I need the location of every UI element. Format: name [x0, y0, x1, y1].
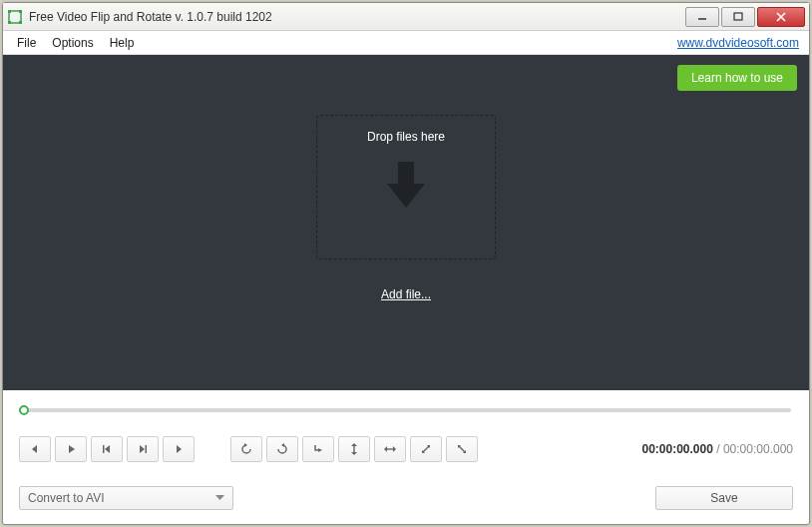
flip-horizontal-button[interactable]: [374, 436, 406, 462]
time-separator: /: [716, 442, 719, 456]
svg-line-13: [423, 446, 429, 452]
menu-help[interactable]: Help: [102, 33, 143, 53]
playback-controls: [19, 436, 195, 462]
rotate-cw-button[interactable]: [266, 436, 298, 462]
bottom-row: Convert to AVI Save: [3, 468, 809, 524]
close-button[interactable]: [757, 7, 805, 27]
svg-rect-3: [8, 21, 11, 24]
output-format-select[interactable]: Convert to AVI: [19, 486, 233, 510]
drop-zone[interactable]: Drop files here: [316, 115, 496, 260]
transform-controls: [230, 436, 478, 462]
window-title: Free Video Flip and Rotate v. 1.0.7 buil…: [29, 10, 685, 24]
timeline: [3, 390, 809, 422]
svg-rect-4: [19, 21, 22, 24]
flip-diagonal-2-button[interactable]: [446, 436, 478, 462]
seek-track-line: [21, 408, 791, 412]
menu-file[interactable]: File: [9, 33, 44, 53]
site-link[interactable]: www.dvdvideosoft.com: [677, 36, 803, 50]
chevron-down-icon: [215, 495, 224, 501]
minimize-button[interactable]: [685, 7, 719, 27]
seek-handle[interactable]: [19, 405, 29, 415]
current-time: 00:00:00.000: [642, 442, 713, 456]
learn-how-to-use-button[interactable]: Learn how to use: [677, 65, 797, 91]
titlebar: Free Video Flip and Rotate v. 1.0.7 buil…: [3, 3, 809, 31]
maximize-button[interactable]: [721, 7, 755, 27]
format-selected-label: Convert to AVI: [28, 491, 104, 505]
svg-rect-10: [146, 445, 148, 453]
add-file-link[interactable]: Add file...: [381, 287, 431, 301]
menubar: File Options Help www.dvdvideosoft.com: [3, 31, 809, 55]
app-window: Free Video Flip and Rotate v. 1.0.7 buil…: [2, 2, 810, 525]
svg-rect-9: [103, 445, 105, 453]
time-display: 00:00:00.000 / 00:00:00.000: [642, 442, 794, 456]
preview-area: Learn how to use Drop files here Add fil…: [3, 55, 809, 390]
menu-options[interactable]: Options: [44, 33, 101, 53]
total-time: 00:00:00.000: [723, 442, 793, 456]
rotate-180-button[interactable]: [302, 436, 334, 462]
svg-rect-6: [734, 13, 742, 20]
svg-rect-2: [19, 10, 22, 13]
save-button[interactable]: Save: [655, 486, 793, 510]
drop-label: Drop files here: [367, 130, 445, 144]
seek-track[interactable]: [19, 404, 793, 414]
prev-frame-button[interactable]: [19, 436, 51, 462]
flip-vertical-button[interactable]: [338, 436, 370, 462]
down-arrow-icon: [383, 158, 429, 214]
go-end-button[interactable]: [127, 436, 159, 462]
window-controls: [685, 7, 805, 27]
svg-line-14: [459, 446, 465, 452]
go-start-button[interactable]: [91, 436, 123, 462]
controls-row: 00:00:00.000 / 00:00:00.000: [3, 422, 809, 468]
rotate-ccw-button[interactable]: [230, 436, 262, 462]
svg-rect-1: [8, 10, 11, 13]
app-icon: [7, 9, 23, 25]
play-button[interactable]: [55, 436, 87, 462]
next-frame-button[interactable]: [163, 436, 195, 462]
flip-diagonal-1-button[interactable]: [410, 436, 442, 462]
